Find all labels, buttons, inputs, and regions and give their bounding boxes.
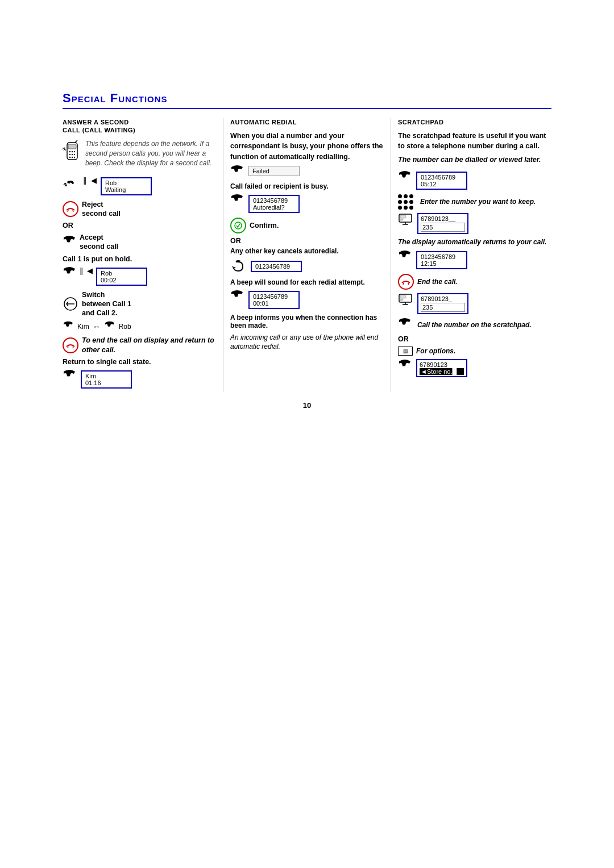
col1-final-display: Kim 01:16 [81, 370, 132, 389]
end-call-icon2 [66, 342, 75, 349]
handset-icon [63, 266, 76, 278]
handset-icon2 [63, 266, 76, 281]
end-call-btn2[interactable] [63, 337, 78, 353]
end-call-icon [66, 206, 75, 212]
col3-scratch2-display: 67890123_ 235 [417, 293, 468, 314]
col3-scratch-display: 67890123__ 235 [417, 213, 468, 234]
col3-display-text: The display automatically returns to you… [398, 237, 551, 247]
col2-timer-display: 0123456789 00:01 [248, 291, 300, 309]
col2-autoredial-display: 0123456789 Autoredial? [248, 195, 300, 213]
col1-end-row: To end the call on display and return to… [63, 336, 216, 354]
col1-display2: Rob 00:02 [96, 268, 147, 286]
col3-display3-row: 0123456789 12:15 [398, 250, 551, 270]
col3-desc1: The scratchpad feature is useful if you … [398, 131, 551, 151]
handset-c3-2-icon [398, 250, 412, 261]
reject-btn[interactable] [63, 201, 78, 217]
col1-display1-row: ‖ ◀ Rob Waiting [63, 176, 216, 197]
accept-btn[interactable] [63, 235, 76, 249]
col1-switch-display-row: Kim ↔ Rob [63, 321, 216, 332]
col2-failed-display: Failed [248, 166, 300, 176]
handset-c3-icon [398, 170, 412, 182]
col1-end-label: To end the call on display and return to… [82, 336, 216, 354]
col3-options-text: For options. [416, 347, 455, 355]
svg-rect-27 [400, 295, 406, 298]
scratch-icon2 [398, 293, 413, 307]
col3-display1: 0123456789 05:12 [416, 172, 467, 190]
handset-kim-icon [63, 321, 74, 332]
divider1 [223, 118, 223, 392]
col1-final-display-row: Kim 01:16 [63, 369, 216, 390]
handset-icon-final [63, 369, 76, 383]
col2-confirm-label: Confirm. [250, 221, 279, 230]
col2-desc-bold: When you dial a number and your correspo… [230, 131, 384, 161]
col2-redial-row: 0123456789 [230, 260, 384, 275]
col1-return-label: Return to single call state. [63, 358, 216, 366]
handset-c3-4-icon [398, 359, 412, 370]
svg-point-5 [74, 151, 75, 152]
section-title: Special Functions [63, 91, 551, 109]
col1-accept-label: Accept second call [80, 233, 118, 252]
handset-final-icon [63, 369, 76, 381]
svg-point-18 [235, 222, 242, 229]
left-arrow-icon2: ◀ [87, 266, 93, 275]
confirm-btn[interactable] [230, 218, 246, 233]
left-arrow-icon1: ◀ [91, 176, 97, 185]
handset-small2-icon [104, 321, 115, 330]
col1-reject-label: Reject second call [82, 200, 121, 219]
col3-scratch2-inner: 235 [421, 303, 465, 312]
pause-icon1: ‖ [83, 176, 87, 185]
end-call-btn-c3[interactable] [398, 274, 414, 290]
divider2 [391, 118, 391, 392]
confirm-icon [234, 222, 242, 229]
pause-icon2: ‖ [80, 266, 84, 275]
kim-label: Kim [77, 323, 89, 331]
col3-display1-row: 0123456789 05:12 [398, 170, 551, 191]
svg-point-3 [69, 151, 70, 152]
svg-point-8 [74, 153, 75, 155]
svg-line-24 [403, 283, 404, 285]
col2-header: Automatic Redial [230, 118, 384, 126]
svg-point-10 [72, 156, 73, 157]
col3-scratch-inner: 235 [421, 223, 465, 232]
svg-rect-20 [400, 215, 406, 218]
col2-call-failed-text: Call failed or recipient is busy. [230, 182, 384, 190]
svg-point-4 [72, 151, 73, 152]
options-btn[interactable]: ▤ [398, 347, 413, 356]
accept-call-icon [63, 235, 76, 247]
cordless-phone-icon [63, 140, 81, 169]
svg-line-1 [75, 140, 77, 143]
svg-line-12 [68, 210, 68, 212]
col2-beep-text: A beep informs you when the connection h… [230, 314, 384, 329]
handset-icon-c3-4 [398, 359, 412, 373]
svg-point-11 [74, 156, 75, 157]
col3-end-text: End the call. [417, 278, 458, 286]
col3-store-display: 67890123 ◄Store no.█ [416, 359, 467, 377]
col-answer-second-call: Answer a Second Call (Call Waiting) [63, 118, 221, 392]
keypad-icon [398, 194, 413, 210]
handset-icon-c3-2 [398, 250, 412, 264]
handset-icon-c3-3 [398, 318, 412, 332]
col3-scratch-display-row: 67890123__ 235 [398, 213, 551, 234]
col3-header: Scratchpad [398, 118, 551, 126]
col1-header: Answer a Second Call (Call Waiting) [63, 118, 216, 135]
svg-point-7 [72, 153, 73, 155]
col3-store-row: 67890123 ◄Store no.█ [398, 359, 551, 377]
col2-timer-row: 0123456789 00:01 [230, 290, 384, 310]
col-autoredial: Automatic Redial When you dial a number … [226, 118, 388, 352]
display-icon [398, 213, 413, 226]
handset-c3-3-icon [398, 318, 412, 329]
svg-rect-21 [400, 219, 403, 220]
svg-rect-2 [68, 144, 76, 149]
switch-icon [64, 297, 77, 311]
col1-hold-text: Call 1 is put on hold. [63, 255, 216, 263]
col3-end-row: End the call. [398, 274, 551, 290]
switch-btn[interactable] [63, 296, 78, 312]
handset-small-icon [63, 321, 74, 330]
col2-failed-row: Failed [230, 165, 384, 179]
svg-point-9 [69, 156, 70, 157]
svg-line-17 [73, 347, 73, 348]
col3-call-row: Call the number on the scratchpad. [398, 318, 551, 332]
phone-with-signal [63, 176, 78, 189]
handset-c2-2-icon [230, 194, 244, 205]
col3-or1: OR [398, 335, 551, 343]
